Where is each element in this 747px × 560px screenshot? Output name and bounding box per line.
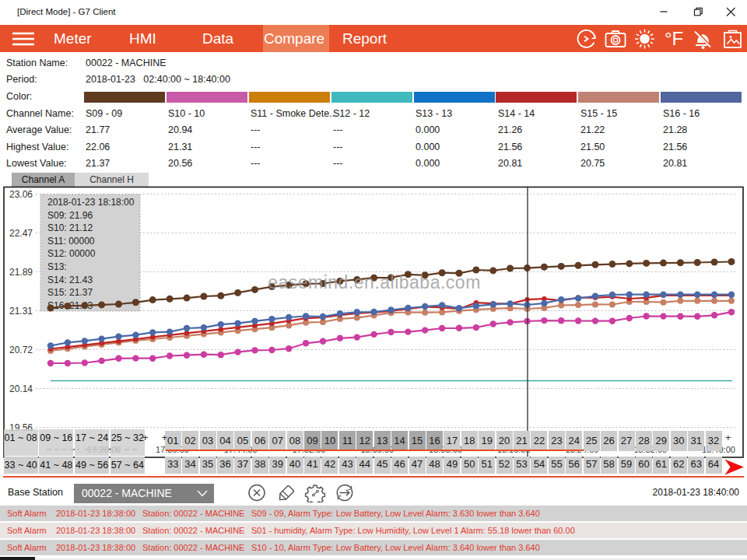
svg-text:S14: 21.43: S14: 21.43: [47, 275, 93, 285]
svg-text:S10: 21.12: S10: 21.12: [47, 222, 93, 233]
svg-text:21.89: 21.89: [9, 267, 33, 278]
svg-text:S09: 21.96: S09: 21.96: [47, 210, 93, 221]
svg-text:easemind.en.alibaba.com: easemind.en.alibaba.com: [268, 272, 481, 292]
svg-text:S12: 00000: S12: 00000: [47, 248, 96, 259]
svg-text:S11: 00000: S11: 00000: [47, 236, 95, 247]
svg-text:21.31: 21.31: [9, 306, 33, 317]
svg-text:20.72: 20.72: [9, 345, 33, 355]
svg-text:S15: 21.37: S15: 21.37: [47, 287, 93, 298]
svg-text:23.06: 23.06: [9, 189, 33, 200]
svg-text:22.47: 22.47: [9, 228, 33, 239]
svg-text:S13:: S13:: [47, 261, 67, 272]
svg-text:2018-01-23 18:18:00: 2018-01-23 18:18:00: [47, 197, 135, 208]
svg-text:20.14: 20.14: [9, 383, 33, 394]
